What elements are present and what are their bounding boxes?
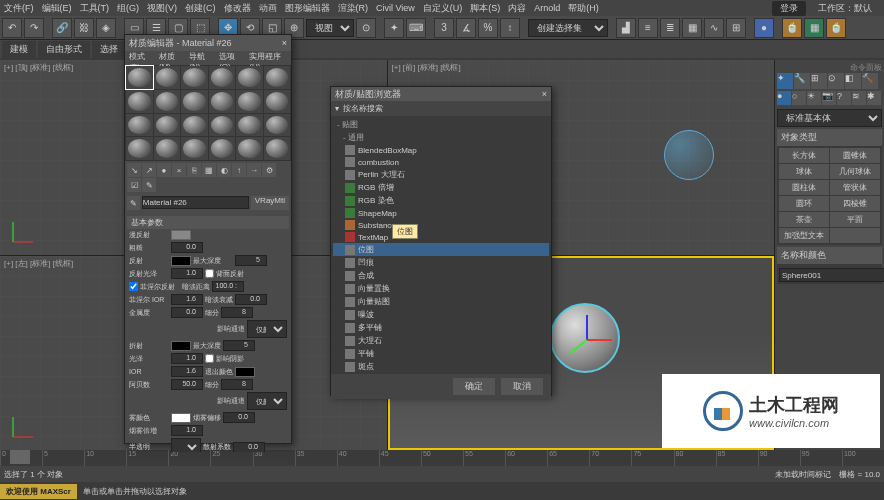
mat-slot[interactable] xyxy=(209,137,236,160)
map-item[interactable]: RGB 染色 xyxy=(333,194,549,207)
roughness-spinner[interactable]: 0.0 xyxy=(171,242,203,253)
diffuse-swatch[interactable] xyxy=(171,230,191,240)
geometry-tab-icon[interactable]: ● xyxy=(777,91,791,105)
mat-slot[interactable] xyxy=(209,114,236,137)
affect2-dropdown[interactable]: 仅颜色 xyxy=(247,392,287,410)
refract-depth-spinner[interactable]: 5 xyxy=(223,340,255,351)
map-item[interactable]: 噪波 xyxy=(333,308,549,321)
mat-menu-options[interactable]: 选项(O) xyxy=(219,51,243,65)
mat-slot[interactable] xyxy=(126,137,153,160)
menu-arnold[interactable]: Arnold xyxy=(534,3,560,13)
menu-animation[interactable]: 动画 xyxy=(259,2,277,15)
mat-slot[interactable] xyxy=(154,137,181,160)
fresnel-ior-spinner[interactable]: 1.6 xyxy=(171,294,203,305)
lights-tab-icon[interactable]: ☀ xyxy=(807,91,821,105)
map-item[interactable]: 平铺 xyxy=(333,347,549,360)
reflect-depth-spinner[interactable]: 5 xyxy=(235,255,267,266)
mat-slot[interactable] xyxy=(181,137,208,160)
layer-icon[interactable]: ≣ xyxy=(660,18,680,38)
utilities-tab-icon[interactable]: 🔨 xyxy=(862,73,878,89)
mat-slot[interactable] xyxy=(236,66,263,89)
login-button[interactable]: 登录 xyxy=(772,1,806,16)
redo-icon[interactable]: ↷ xyxy=(24,18,44,38)
toggle-ribbon-icon[interactable]: ▦ xyxy=(682,18,702,38)
put-material-icon[interactable]: ↗ xyxy=(142,163,156,177)
affect-dropdown[interactable]: 仅颜色 xyxy=(247,320,287,338)
named-selection-dropdown[interactable]: 创建选择集 xyxy=(528,19,608,37)
map-item[interactable]: 凹痕 xyxy=(333,256,549,269)
menu-graph[interactable]: 图形编辑器 xyxy=(285,2,330,15)
menu-tools[interactable]: 工具(T) xyxy=(80,2,110,15)
affect-shadows-check[interactable] xyxy=(205,354,214,363)
bind-icon[interactable]: ◈ xyxy=(96,18,116,38)
cancel-button[interactable]: 取消 xyxy=(501,378,543,395)
rollout-name-color[interactable]: 名称和颜色 xyxy=(777,247,882,264)
map-item[interactable]: Perlin 大理石 xyxy=(333,168,549,181)
menu-edit[interactable]: 编辑(E) xyxy=(42,2,72,15)
subdiv2-spinner[interactable]: 8 xyxy=(221,379,253,390)
ribbon-select[interactable]: 选择 xyxy=(92,41,126,58)
curve-editor-icon[interactable]: ∿ xyxy=(704,18,724,38)
schematic-icon[interactable]: ⊞ xyxy=(726,18,746,38)
map-item[interactable]: RGB 倍增 xyxy=(333,181,549,194)
dimdist-spinner[interactable]: 100.0 : xyxy=(212,281,244,292)
search-expand-icon[interactable]: ▾ xyxy=(335,104,339,113)
ior-spinner[interactable]: 1.6 xyxy=(171,366,203,377)
reflect-swatch[interactable] xyxy=(171,256,191,266)
ribbon-freeform[interactable]: 自由形式 xyxy=(38,41,90,58)
refract-swatch[interactable] xyxy=(171,341,191,351)
map-item[interactable]: 大理石 xyxy=(333,334,549,347)
menu-group[interactable]: 组(G) xyxy=(117,2,139,15)
menu-modifiers[interactable]: 修改器 xyxy=(224,2,251,15)
mat-slot[interactable] xyxy=(264,90,291,113)
object-name-input[interactable] xyxy=(779,268,884,282)
pick-icon[interactable]: ✎ xyxy=(142,178,156,192)
render-frame-icon[interactable]: ▦ xyxy=(804,18,824,38)
nav-sibling-icon[interactable]: → xyxy=(247,163,261,177)
close-icon[interactable]: × xyxy=(282,38,287,48)
mat-slot[interactable] xyxy=(181,90,208,113)
map-item[interactable]: ShapeMap xyxy=(333,207,549,219)
options-icon[interactable]: ⚙ xyxy=(262,163,276,177)
map-item[interactable]: 合成 xyxy=(333,269,549,282)
prim-tube[interactable]: 管状体 xyxy=(830,180,880,195)
prim-teapot[interactable]: 茶壶 xyxy=(779,212,829,227)
mat-slot[interactable] xyxy=(264,66,291,89)
mat-slot[interactable] xyxy=(264,137,291,160)
prim-textplus[interactable]: 加强型文本 xyxy=(779,228,829,243)
material-type-button[interactable]: VRayMtl xyxy=(251,196,289,210)
mat-menu-material[interactable]: 材质(M) xyxy=(159,51,184,65)
reflect-gloss-spinner[interactable]: 1.0 xyxy=(171,268,203,279)
show-end-icon[interactable]: ◐ xyxy=(217,163,231,177)
menu-script[interactable]: 脚本(S) xyxy=(470,2,500,15)
map-item[interactable]: 向量贴图 xyxy=(333,295,549,308)
ribbon-modeling[interactable]: 建模 xyxy=(2,41,36,58)
mat-slot[interactable] xyxy=(181,114,208,137)
mat-slot[interactable] xyxy=(154,114,181,137)
prim-geosphere[interactable]: 几何球体 xyxy=(830,164,880,179)
tree-group-general[interactable]: - 通用 xyxy=(333,131,549,144)
metalness-spinner[interactable]: 0.0 xyxy=(171,307,203,318)
sphere-wireframe[interactable] xyxy=(664,130,714,180)
pivot-icon[interactable]: ⊙ xyxy=(356,18,376,38)
spacewarps-tab-icon[interactable]: ≋ xyxy=(852,91,866,105)
prim-plane[interactable]: 平面 xyxy=(830,212,880,227)
prim-sphere[interactable]: 球体 xyxy=(779,164,829,179)
vp-label-top[interactable]: [+] [顶] [标准] [线框] xyxy=(4,62,73,73)
map-item[interactable]: TextMap xyxy=(333,231,549,243)
glossiness-spinner[interactable]: 1.0 xyxy=(171,353,203,364)
fog-mult-spinner[interactable]: 1.0 xyxy=(171,425,203,436)
keyboard-icon[interactable]: ⌨ xyxy=(406,18,426,38)
display-tab-icon[interactable]: ◧ xyxy=(845,73,861,89)
spinner-snap-icon[interactable]: ↕ xyxy=(500,18,520,38)
menu-content[interactable]: 内容 xyxy=(508,2,526,15)
workspace-dropdown[interactable]: 工作区：默认 xyxy=(818,2,872,15)
create-tab-icon[interactable]: ✦ xyxy=(777,73,793,89)
select-by-mat-icon[interactable]: ☑ xyxy=(127,178,141,192)
modify-tab-icon[interactable]: 🔧 xyxy=(794,73,810,89)
tree-group-maps[interactable]: - 贴图 xyxy=(333,118,549,131)
mat-slot[interactable] xyxy=(209,66,236,89)
map-item[interactable]: combustion xyxy=(333,156,549,168)
pick-material-icon[interactable]: ✎ xyxy=(127,196,140,210)
exit-color-swatch[interactable] xyxy=(235,367,255,377)
